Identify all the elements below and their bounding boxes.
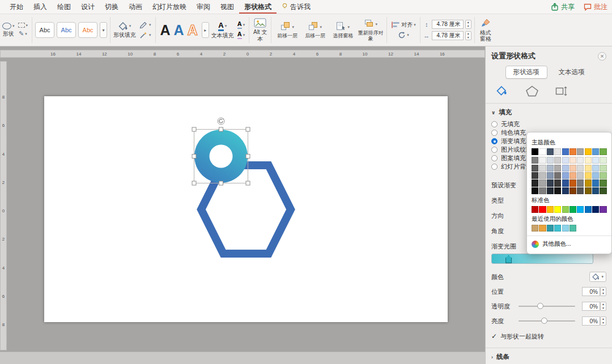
theme-shade-swatch[interactable] [554,157,561,164]
text-effects-button[interactable]: A▾ [236,31,246,40]
theme-shade-swatch[interactable] [532,172,538,179]
theme-color-swatch[interactable] [577,148,584,155]
alt-text-button[interactable]: Alt 文本 [252,18,268,42]
theme-shade-swatch[interactable] [600,187,606,194]
menu-tab-切换[interactable]: 切换 [100,0,124,14]
gradient-stop-handle[interactable] [505,255,512,263]
theme-shade-swatch[interactable] [585,172,592,179]
fill-section-header[interactable]: ∨ 填充 [491,108,606,117]
width-input[interactable]: 4.78 厘米 [432,31,464,40]
standard-color-swatch[interactable] [554,206,561,213]
wordart-style[interactable]: A [188,23,198,37]
selection-handle[interactable] [246,155,250,159]
slider-knob[interactable] [541,318,547,324]
theme-color-swatch[interactable] [539,148,546,155]
theme-shade-swatch[interactable] [570,165,576,172]
fill-line-tab-icon[interactable] [496,85,509,97]
stepper[interactable]: ▲▼ [600,287,606,296]
selection-handle[interactable] [192,127,196,131]
stepper[interactable]: ▲▼ [600,302,606,311]
wordart-more-button[interactable]: ▸ [202,22,209,38]
close-icon[interactable]: × [598,52,606,61]
text-fill-button[interactable]: A▾ 文本填充 [211,22,234,39]
theme-color-swatch[interactable] [585,148,592,155]
theme-shade-swatch[interactable] [600,172,606,179]
selection-handle[interactable] [219,181,223,185]
theme-shade-swatch[interactable] [562,172,569,179]
theme-color-swatch[interactable] [570,148,576,155]
standard-color-swatch[interactable] [585,206,592,213]
arrange-button-2[interactable]: ▾后移一层 [302,22,328,39]
theme-shade-swatch[interactable] [592,179,599,186]
theme-shade-swatch[interactable] [547,165,554,172]
selection-handle[interactable] [219,127,223,131]
menu-tab-设计[interactable]: 设计 [76,0,100,14]
recent-color-swatch[interactable] [539,225,546,232]
width-stepper[interactable]: ▲▼ [465,31,471,40]
shape-style-preset[interactable]: Abc [57,22,76,38]
theme-shade-swatch[interactable] [600,165,606,172]
theme-shade-swatch[interactable] [539,157,546,164]
brightness-slider[interactable] [518,320,575,322]
wordart-style[interactable]: A [174,23,184,37]
wordart-style[interactable]: A [160,23,171,37]
theme-shade-swatch[interactable] [577,187,584,194]
standard-color-swatch[interactable] [600,206,606,213]
share-button[interactable]: 共享 [551,2,575,12]
theme-shade-swatch[interactable] [532,157,538,164]
recent-color-swatch[interactable] [562,225,569,232]
theme-shade-swatch[interactable] [539,172,546,179]
arrange-button-1[interactable]: ▾前移一层 [274,22,300,39]
theme-shade-swatch[interactable] [585,165,592,172]
menu-tab-动画[interactable]: 动画 [124,0,147,14]
arrange-button-4[interactable]: ▾重新排序对象 [358,19,384,42]
slider-knob[interactable] [537,303,543,309]
recent-color-swatch[interactable] [547,225,554,232]
theme-shade-swatch[interactable] [547,172,554,179]
panel-tab-文本选项[interactable]: 文本选项 [551,66,593,79]
menu-tab-视图[interactable]: 视图 [215,0,239,14]
selection-handle[interactable] [246,181,250,185]
shape-outline-button[interactable]: ▾ [138,20,152,29]
theme-shade-swatch[interactable] [600,157,606,164]
theme-shade-swatch[interactable] [592,165,599,172]
arrange-button-3[interactable]: ▾选择窗格 [330,22,356,39]
fill-option-无填充[interactable]: 无填充 [491,120,606,129]
theme-shade-swatch[interactable] [547,187,554,194]
theme-shade-swatch[interactable] [577,179,584,186]
rotate-button[interactable]: ▾ [397,31,410,40]
rotate-with-shape-checkbox[interactable]: ✓ 与形状一起旋转 [491,332,606,341]
transparency-spinner[interactable]: 0% ▲▼ [582,302,606,311]
theme-shade-swatch[interactable] [539,165,546,172]
theme-shade-swatch[interactable] [585,179,592,186]
recent-color-swatch[interactable] [554,225,561,232]
line-section-header[interactable]: › 线条 [491,353,606,361]
standard-color-swatch[interactable] [592,206,599,213]
theme-shade-swatch[interactable] [577,157,584,164]
menu-tab-形状格式[interactable]: 形状格式 [239,0,277,14]
theme-shade-swatch[interactable] [585,187,592,194]
theme-color-swatch[interactable] [592,148,599,155]
theme-color-swatch[interactable] [532,148,538,155]
theme-shade-swatch[interactable] [539,187,546,194]
menu-tab-绘图[interactable]: 绘图 [52,0,76,14]
theme-shade-swatch[interactable] [539,179,546,186]
standard-color-swatch[interactable] [562,206,569,213]
standard-color-swatch[interactable] [577,206,584,213]
menu-tab-插入[interactable]: 插入 [28,0,52,14]
standard-color-swatch[interactable] [539,206,546,213]
gradient-stops-bar[interactable] [491,254,593,264]
theme-shade-swatch[interactable] [562,165,569,172]
theme-shade-swatch[interactable] [554,172,561,179]
format-pane-button[interactable]: 格式窗格 [478,18,494,42]
menu-tab-开始[interactable]: 开始 [5,0,28,14]
style-gallery-more-button[interactable]: ▾ [100,22,107,38]
theme-shade-swatch[interactable] [570,172,576,179]
stepper[interactable]: ▲▼ [600,316,606,326]
menu-tab-幻灯片放映[interactable]: 幻灯片放映 [147,0,192,14]
theme-color-swatch[interactable] [600,148,606,155]
select-objects-button[interactable]: ▾ [17,22,29,28]
theme-shade-swatch[interactable] [562,157,569,164]
shape-fill-button[interactable]: ▾ 形状填充 [113,22,136,38]
insert-shape-button[interactable]: ▾ 形状 [2,23,15,37]
